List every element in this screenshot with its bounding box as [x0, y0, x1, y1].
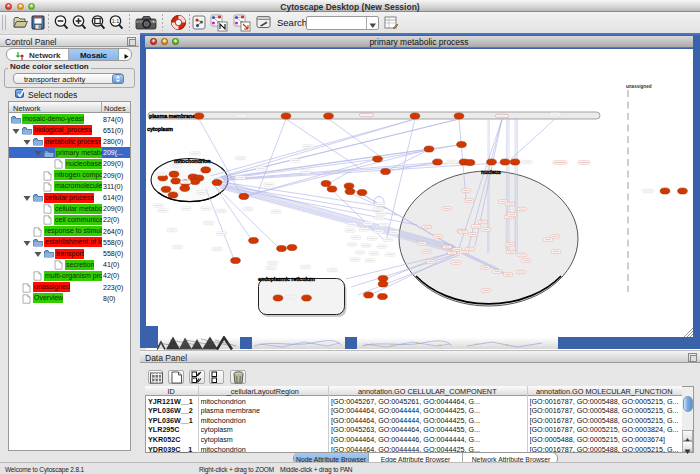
svg-text:1:1: 1:1: [111, 18, 119, 24]
svg-text:endoplasmic reticulum: endoplasmic reticulum: [258, 276, 315, 282]
svg-text:cytoplasm: cytoplasm: [147, 126, 173, 132]
svg-text:unassigned: unassigned: [626, 83, 652, 88]
svg-text:plasma membrane: plasma membrane: [149, 113, 195, 119]
svg-text:mitochondrion: mitochondrion: [174, 158, 211, 164]
svg-text:nucleus: nucleus: [481, 168, 501, 174]
